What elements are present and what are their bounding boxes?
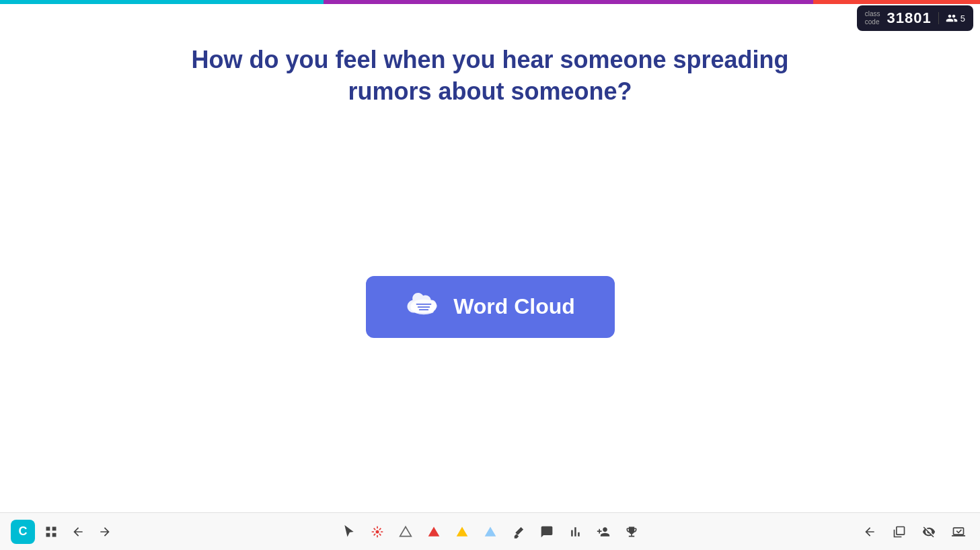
svg-marker-11 bbox=[484, 526, 496, 536]
person-add-button[interactable] bbox=[593, 521, 614, 543]
svg-point-3 bbox=[414, 307, 435, 314]
triangle-yellow-button[interactable] bbox=[451, 521, 473, 543]
laser-icon bbox=[371, 525, 384, 539]
question-title: How do you feel when you hear someone sp… bbox=[188, 44, 793, 108]
toolbar-left: C bbox=[11, 520, 116, 544]
nav-back-button[interactable] bbox=[859, 521, 880, 543]
chat-icon bbox=[540, 525, 554, 539]
screen-share-button[interactable] bbox=[948, 521, 969, 543]
word-cloud-icon bbox=[405, 288, 443, 326]
laser-tool-button[interactable] bbox=[367, 521, 388, 543]
screen-share-icon bbox=[952, 525, 965, 539]
logo-letter: C bbox=[19, 524, 28, 539]
triangle-light-icon bbox=[484, 525, 497, 539]
expand-icon bbox=[893, 525, 906, 539]
word-cloud-label: Word Cloud bbox=[453, 294, 575, 319]
cursor-icon bbox=[342, 525, 356, 539]
svg-marker-8 bbox=[400, 526, 411, 536]
eraser-button[interactable] bbox=[508, 521, 529, 543]
hide-icon bbox=[922, 525, 936, 539]
bottom-toolbar: C bbox=[0, 512, 980, 550]
back-button[interactable] bbox=[67, 521, 89, 543]
forward-button[interactable] bbox=[94, 521, 116, 543]
toolbar-right bbox=[859, 521, 969, 543]
cursor-tool-button[interactable] bbox=[338, 521, 360, 543]
grid-icon bbox=[44, 525, 58, 539]
hide-button[interactable] bbox=[918, 521, 940, 543]
trophy-icon bbox=[625, 525, 638, 539]
toolbar-center bbox=[338, 521, 642, 543]
chart-button[interactable] bbox=[564, 521, 586, 543]
logo-button[interactable]: C bbox=[11, 520, 35, 544]
nav-back-icon bbox=[863, 525, 876, 539]
person-add-icon bbox=[597, 525, 610, 539]
svg-marker-9 bbox=[428, 526, 439, 536]
word-cloud-button[interactable]: Word Cloud bbox=[366, 276, 615, 338]
main-content: How do you feel when you hear someone sp… bbox=[0, 4, 980, 510]
cloud-with-lines-icon bbox=[405, 288, 443, 326]
eraser-icon bbox=[512, 525, 525, 539]
expand-button[interactable] bbox=[889, 521, 910, 543]
triangle-yellow-icon bbox=[455, 525, 469, 539]
svg-marker-10 bbox=[456, 526, 467, 536]
chart-icon bbox=[568, 525, 582, 539]
triangle-outline-icon bbox=[399, 525, 412, 539]
triangle-light-button[interactable] bbox=[480, 521, 501, 543]
chat-button[interactable] bbox=[536, 521, 558, 543]
forward-icon bbox=[98, 525, 112, 539]
trophy-button[interactable] bbox=[621, 521, 642, 543]
triangle-red-button[interactable] bbox=[423, 521, 445, 543]
triangle-red-icon bbox=[427, 525, 441, 539]
grid-button[interactable] bbox=[40, 521, 62, 543]
triangle-outline-button[interactable] bbox=[395, 521, 416, 543]
svg-point-7 bbox=[375, 530, 379, 533]
back-icon bbox=[71, 525, 85, 539]
